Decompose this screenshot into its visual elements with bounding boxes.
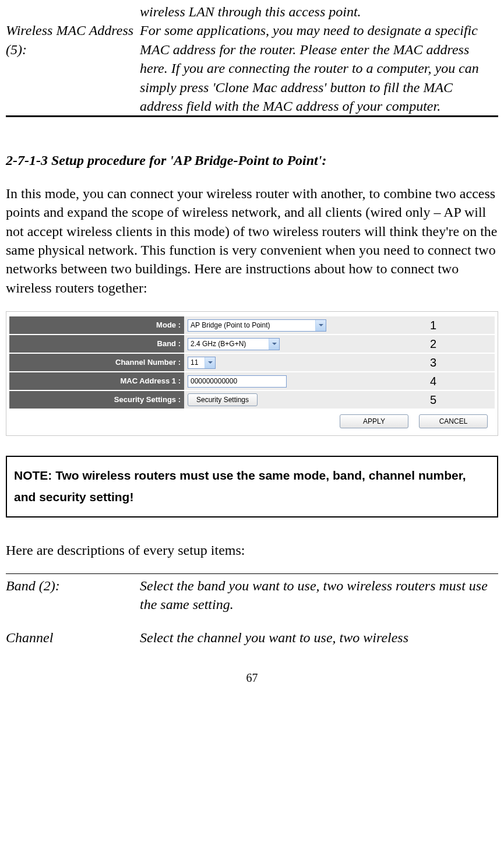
select-mode[interactable]: AP Bridge (Point to Point): [188, 319, 326, 332]
form-label: Band :: [9, 335, 184, 353]
select-channelnumber[interactable]: 11: [188, 357, 216, 369]
page-number: 67: [6, 670, 498, 686]
chevron-down-icon: [315, 320, 326, 331]
form-row: Mode :AP Bridge (Point to Point)1: [9, 316, 495, 334]
form-label: Security Settings :: [9, 391, 184, 409]
callout-number: 4: [430, 374, 436, 389]
form-input-cell: 11: [184, 354, 495, 371]
note-box: NOTE: Two wireless routers must use the …: [6, 456, 498, 518]
form-label: MAC Address 1 :: [9, 372, 184, 390]
definition-term-band: Band (2):: [6, 576, 140, 595]
definition-desc-band: Select the band you want to use, two wir…: [140, 576, 498, 614]
form-row: Channel Number :113: [9, 354, 495, 371]
chevron-down-icon: [269, 339, 279, 350]
definition-row-wireless-mac: Wireless MAC Address (5): For some appli…: [6, 21, 498, 115]
definition-desc-channel: Select the channel you want to use, two …: [140, 628, 498, 647]
form-row: Band :2.4 GHz (B+G+N)2: [9, 335, 495, 353]
callout-number: 2: [430, 336, 436, 352]
mac-address-input[interactable]: 000000000000: [188, 375, 287, 388]
apply-button[interactable]: APPLY: [340, 414, 408, 428]
definition-desc-wireless-mac: For some applications, you may need to d…: [140, 21, 498, 115]
settings-form-screenshot: Mode :AP Bridge (Point to Point)1Band :2…: [6, 311, 498, 436]
form-row: MAC Address 1 :0000000000004: [9, 372, 495, 390]
callout-number: 5: [430, 392, 436, 408]
definition-desc-wlan: wireless LAN through this access point.: [140, 2, 498, 21]
intro-paragraph: In this mode, you can connect your wirel…: [6, 184, 498, 297]
form-input-cell: 000000000000: [184, 372, 495, 390]
callout-number: 3: [430, 355, 436, 371]
form-input-cell: Security Settings: [184, 391, 495, 409]
security-settings-button[interactable]: Security Settings: [188, 393, 258, 406]
section-divider-thick: [6, 115, 498, 117]
select-value: AP Bridge (Point to Point): [191, 321, 313, 330]
form-label: Channel Number :: [9, 354, 184, 371]
definition-term-channel: Channel: [6, 628, 140, 647]
form-input-cell: 2.4 GHz (B+G+N): [184, 335, 495, 353]
select-value: 2.4 GHz (B+G+N): [191, 339, 266, 348]
definition-row-channel: Channel Select the channel you want to u…: [6, 628, 498, 647]
section-heading: 2-7-1-3 Setup procedure for 'AP Bridge-P…: [6, 151, 498, 170]
form-input-cell: AP Bridge (Point to Point): [184, 316, 495, 334]
definition-term-wireless-mac: Wireless MAC Address (5):: [6, 21, 140, 59]
cancel-button[interactable]: CANCEL: [419, 414, 488, 428]
select-value: 11: [191, 358, 202, 367]
descriptions-intro: Here are descriptions of every setup ite…: [6, 541, 498, 559]
table-top-rule: [6, 573, 498, 574]
form-row: Security Settings :Security Settings5: [9, 391, 495, 409]
select-band[interactable]: 2.4 GHz (B+G+N): [188, 338, 280, 350]
form-label: Mode :: [9, 316, 184, 334]
chevron-down-icon: [205, 357, 215, 368]
callout-number: 1: [430, 318, 436, 333]
form-button-row: APPLY CANCEL: [9, 410, 495, 430]
definition-row-continuation: wireless LAN through this access point.: [6, 2, 498, 21]
definition-row-band: Band (2): Select the band you want to us…: [6, 576, 498, 614]
